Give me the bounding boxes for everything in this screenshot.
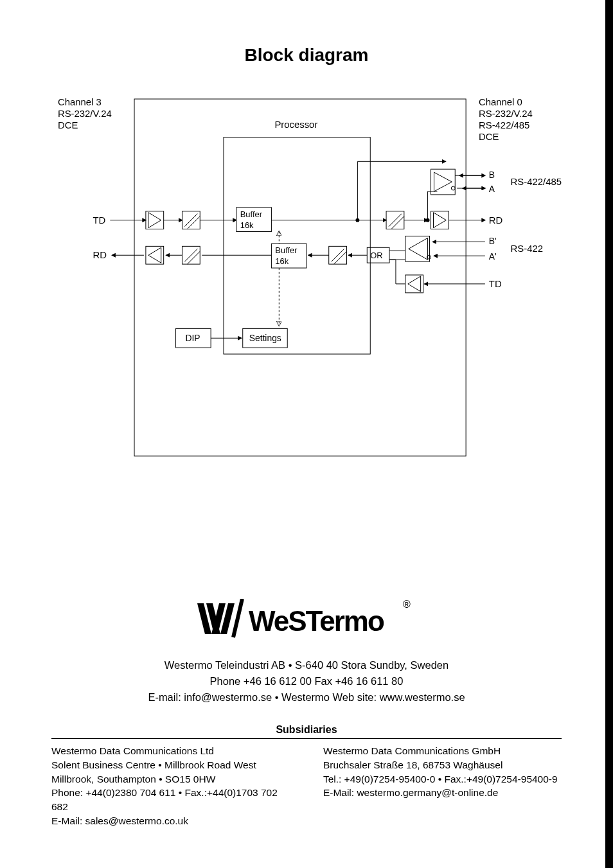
bp-label: B': [489, 236, 497, 246]
westermo-logo: WeSTermo ®: [197, 599, 416, 639]
dip-label: DIP: [185, 333, 200, 343]
subsidiary-uk: Westermo Data Communications Ltd Solent …: [51, 744, 296, 828]
sub-de-l2: Bruchsaler Straße 18, 68753 Waghäusel: [323, 758, 562, 772]
receiver-icon: [148, 247, 161, 263]
opto-line: [187, 217, 200, 229]
buffer-top-l2: 16k: [240, 220, 254, 230]
hq-line1: Westermo Teleindustri AB • S-640 40 Stor…: [51, 657, 562, 673]
opto-line: [389, 214, 402, 227]
sub-uk-l1: Westermo Data Communications Ltd: [51, 744, 296, 758]
driver-icon: [434, 213, 447, 228]
page-title: Block diagram: [51, 45, 562, 66]
sub-de-l3: Tel.: +49(0)7254-95400-0 • Fax.:+49(0)72…: [323, 772, 562, 786]
hq-line2: Phone +46 16 612 00 Fax +46 16 611 80: [51, 673, 562, 689]
separator-line: [51, 738, 562, 739]
ch3-td-label: TD: [93, 215, 106, 226]
ch3-line1: Channel 3: [58, 97, 102, 107]
node: [355, 218, 359, 222]
subsidiaries-heading: Subsidiaries: [51, 724, 562, 736]
block-diagram: Processor Channel 3 RS-232/V.24 DCE Chan…: [51, 91, 562, 457]
ch0-line3: RS-422/485: [479, 120, 529, 130]
sub-uk-l4: Phone: +44(0)2380 704 611 • Fax.:+44(0)1…: [51, 786, 296, 813]
or-label: OR: [370, 251, 382, 260]
sub-uk-l5: E-Mail: sales@westermo.co.uk: [51, 814, 296, 828]
ap-label: A': [489, 251, 497, 261]
receiver-icon: [408, 276, 421, 292]
inv-circle: [451, 186, 455, 190]
hq-address: Westermo Teleindustri AB • S-640 40 Stor…: [51, 657, 562, 705]
ch3-line3: DCE: [58, 120, 78, 130]
ch3-line2: RS-232/V.24: [58, 109, 112, 119]
sub-de-l4: E-Mail: westermo.germany@t-online.de: [323, 786, 562, 800]
subsidiaries-columns: Westermo Data Communications Ltd Solent …: [51, 744, 562, 828]
opto-line: [184, 249, 197, 261]
page-content: Block diagram Processor Channel 3 RS-232…: [0, 0, 613, 868]
processor-label: Processor: [274, 120, 317, 130]
logo-text: WeSTermo: [249, 605, 384, 637]
a-label: A: [489, 184, 495, 194]
registered-mark: ®: [403, 599, 411, 610]
diff-recv-icon: [409, 238, 428, 260]
rs422-485-label: RS-422/485: [511, 177, 562, 187]
buffer-bot-l2: 16k: [275, 256, 289, 266]
opto-line: [334, 251, 347, 264]
rs422-label: RS-422: [511, 244, 543, 254]
opto-line: [391, 217, 404, 229]
opto-line: [332, 249, 344, 261]
ch0-td-label: TD: [489, 279, 502, 289]
diff-driver-icon: [434, 172, 452, 191]
subsidiary-de: Westermo Data Communications GmbH Bruchs…: [317, 744, 562, 828]
processor-box: [134, 99, 466, 456]
ch0-rd-label: RD: [489, 215, 503, 226]
ch0-line4: DCE: [479, 132, 499, 142]
ch3-rd-label: RD: [93, 250, 107, 260]
ch0-line1: Channel 0: [479, 97, 522, 107]
driver-icon: [148, 213, 161, 228]
b-label: B: [489, 170, 495, 180]
svg-line-4: [233, 599, 242, 637]
sub-de-l1: Westermo Data Communications GmbH: [323, 744, 562, 758]
hq-line3: E-mail: info@westermo.se • Westermo Web …: [51, 689, 562, 705]
ch0-line2: RS-232/V.24: [479, 109, 533, 119]
diagram-svg: Processor Channel 3 RS-232/V.24 DCE Chan…: [51, 91, 562, 457]
opto-line: [187, 251, 200, 264]
settings-label: Settings: [249, 333, 281, 343]
opto-line: [184, 214, 197, 227]
sub-uk-l2: Solent Business Centre • Millbrook Road …: [51, 758, 296, 772]
buffer-bot-l1: Buffer: [275, 245, 298, 255]
buffer-top-l1: Buffer: [240, 209, 263, 219]
logo-block: WeSTermo ®: [51, 599, 562, 641]
sub-uk-l3: Millbrook, Southampton • SO15 0HW: [51, 772, 296, 786]
